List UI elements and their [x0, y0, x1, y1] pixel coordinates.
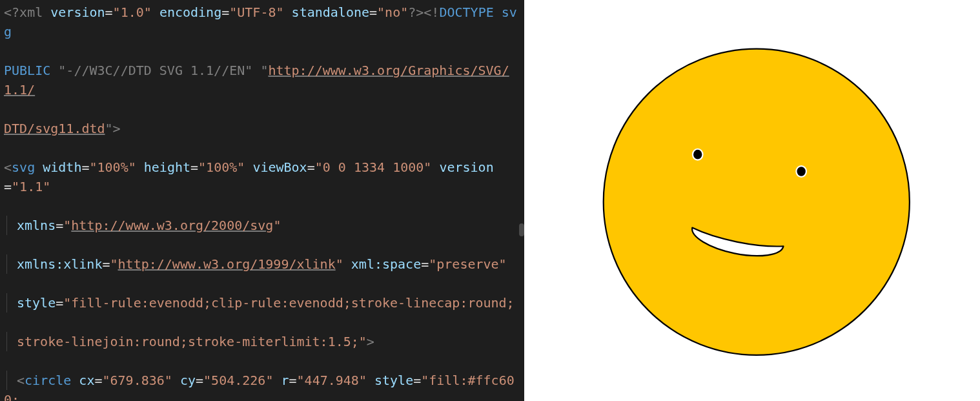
- circle-style-attr: style: [374, 373, 413, 388]
- svg-viewbox-val: "0 0 1334 1000": [315, 159, 432, 175]
- svg-xmlspace-attr: xml:space: [351, 256, 421, 272]
- xml-version-val: "1.0": [113, 5, 152, 20]
- circle-cx-val: "679.836": [102, 373, 172, 388]
- xml-decl-open: <?: [4, 5, 19, 20]
- doctype-url-2[interactable]: DTD/svg11.dtd: [4, 121, 105, 136]
- circle-r-val: "447.948": [297, 373, 367, 388]
- svg-height-val: "100%": [198, 159, 245, 175]
- circle-cy-val: "504.226": [203, 373, 273, 388]
- face-circle: [604, 49, 910, 355]
- left-eye: [693, 149, 703, 160]
- svg-width-val: "100%": [89, 159, 136, 175]
- xml-decl-close: ?>: [408, 5, 424, 20]
- doctype-public: PUBLIC: [4, 63, 50, 78]
- svg-width-attr: width: [43, 159, 81, 175]
- svg-version-attr: version: [439, 159, 493, 175]
- xml-version-attr: version: [50, 5, 105, 20]
- xml-decl-name: xml: [19, 5, 43, 20]
- svg-xlink-attr: xmlns:xlink: [17, 256, 102, 272]
- circle-cy-attr: cy: [180, 373, 196, 388]
- xml-standalone-val: "no": [377, 5, 408, 20]
- right-eye: [796, 166, 806, 177]
- doctype-fpi: "-//W3C//DTD SVG 1.1//EN": [58, 63, 252, 78]
- xml-encoding-attr: encoding: [159, 5, 221, 20]
- xml-standalone-attr: standalone: [292, 5, 369, 20]
- code-content[interactable]: <?xml version="1.0" encoding="UTF-8" sta…: [0, 0, 524, 401]
- svg-xmlspace-val: "preserve": [429, 256, 506, 272]
- xml-encoding-val: "UTF-8": [229, 5, 283, 20]
- doctype-close: >: [113, 121, 121, 136]
- circle-tag: circle: [25, 373, 71, 388]
- rendered-svg: [524, 0, 980, 401]
- svg-xlink-val[interactable]: http://www.w3.org/1999/xlink: [118, 256, 336, 272]
- svg-version-val: "1.1": [12, 179, 50, 194]
- svg-xmlns-val[interactable]: http://www.w3.org/2000/svg: [71, 218, 273, 233]
- circle-cx-attr: cx: [79, 373, 94, 388]
- svg-open-close: >: [367, 334, 374, 349]
- code-editor[interactable]: <?xml version="1.0" encoding="UTF-8" sta…: [0, 0, 524, 401]
- svg-style-attr: style: [17, 295, 56, 311]
- editor-scrollbar-thumb[interactable]: [519, 223, 524, 236]
- doctype-open: <!: [424, 5, 439, 20]
- svg-height-attr: height: [144, 159, 190, 175]
- doctype-keyword: DOCTYPE: [439, 5, 493, 20]
- svg-viewbox-attr: viewBox: [252, 159, 307, 175]
- circle-r-attr: r: [281, 373, 289, 388]
- svg-preview: [524, 0, 980, 401]
- svg-style-val-2: stroke-linejoin:round;stroke-miterlimit:…: [17, 334, 367, 349]
- svg-xmlns-attr: xmlns: [17, 218, 56, 233]
- svg-style-val-1: "fill-rule:evenodd;clip-rule:evenodd;str…: [63, 295, 514, 311]
- svg-open-tag: svg: [12, 159, 35, 175]
